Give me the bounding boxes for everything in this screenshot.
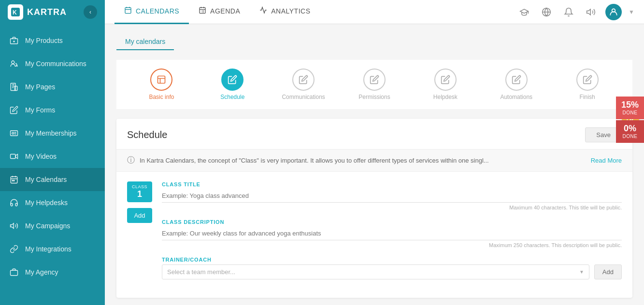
trainer-select[interactable]: Select a team member... ▼ [162, 264, 589, 279]
badge-percent-15: 15% [621, 100, 639, 110]
trainer-label: TRAINER/COACH [162, 257, 622, 263]
step-finish-circle [576, 69, 599, 91]
svg-rect-13 [14, 180, 14, 181]
sidebar-item-label: My Memberships [25, 129, 77, 137]
read-more-link[interactable]: Read More [591, 157, 622, 164]
sidebar-item-helpdesks[interactable]: My Helpdesks [0, 191, 105, 214]
trainer-add-button[interactable]: Add [594, 264, 622, 279]
step-helpdesk-label: Helpdesk [433, 94, 458, 100]
class-badge-top: CLASS [132, 184, 147, 189]
badge-label-done-2: DONE [621, 134, 639, 139]
tab-calendars-label: CALENDARS [136, 7, 179, 15]
sidebar-item-communications[interactable]: My Communications [0, 52, 105, 75]
tab-analytics[interactable]: ANALYTICS [250, 0, 320, 24]
sidebar-item-agency[interactable]: My Agency [0, 261, 105, 284]
step-basic-info-circle [150, 69, 172, 91]
sidebar: K KARTRA ‹ My Products My Communications… [0, 0, 105, 305]
class-desc-hint: Maximum 250 characters. This description… [162, 242, 622, 248]
trainer-row: Select a team member... ▼ Add [162, 264, 622, 279]
steps-row: Basic info Schedule Communications [116, 60, 632, 109]
sidebar-item-videos[interactable]: My Videos [0, 145, 105, 168]
file-icon [9, 82, 19, 92]
class-title-hint: Maximum 40 characters. This title will b… [162, 205, 622, 210]
sidebar-item-label: My Campaigns [25, 222, 70, 230]
add-class-button[interactable]: Add [127, 208, 152, 223]
topbar-actions: ▼ [516, 4, 634, 20]
info-icon: ⓘ [127, 155, 135, 166]
sidebar-item-label: My Integrations [25, 245, 72, 253]
user-avatar[interactable] [605, 4, 622, 20]
class-desc-group: CLASS DESCRIPTION Maximum 250 characters… [162, 219, 622, 248]
globe-icon[interactable] [539, 4, 554, 20]
sidebar-item-campaigns[interactable]: My Campaigns [0, 214, 105, 237]
sidebar-item-label: My Products [25, 37, 63, 44]
sidebar-logo: K KARTRA ‹ [0, 0, 105, 24]
sidebar-item-label: My Communications [25, 60, 86, 68]
sidebar-item-calendars[interactable]: My Calendars [0, 168, 105, 191]
class-desc-label: CLASS DESCRIPTION [162, 219, 622, 225]
sidebar-nav: My Products My Communications My Pages M… [0, 24, 105, 305]
bell-icon[interactable] [561, 4, 576, 20]
topbar-analytics-icon [259, 6, 267, 16]
step-schedule[interactable]: Schedule [197, 69, 268, 100]
logo-text: KARTRA [27, 7, 67, 17]
schedule-title: Schedule [127, 129, 167, 140]
form-fields: CLASS TITLE Maximum 40 characters. This … [162, 181, 622, 288]
svg-rect-17 [125, 8, 131, 14]
badge-label-done-1: DONE [621, 110, 639, 115]
box-icon [9, 35, 19, 46]
svg-rect-15 [11, 270, 18, 276]
topbar-agenda-icon [199, 6, 206, 16]
right-badge-15[interactable]: 15% DONE [616, 97, 644, 119]
tab-agenda-label: AGENDA [210, 7, 240, 15]
step-automations-label: Automations [500, 94, 532, 100]
sidebar-item-integrations[interactable]: My Integrations [0, 237, 105, 261]
sidebar-item-label: My Forms [25, 106, 55, 114]
sidebar-item-products[interactable]: My Products [0, 29, 105, 52]
tab-calendars[interactable]: CALENDARS [114, 0, 189, 24]
step-helpdesk[interactable]: Helpdesk [410, 69, 481, 100]
class-title-label: CLASS TITLE [162, 181, 622, 187]
tab-analytics-label: ANALYTICS [271, 7, 310, 15]
svg-rect-10 [11, 154, 16, 159]
right-badge-0[interactable]: 0% DONE [616, 120, 644, 143]
headset-icon [9, 197, 19, 208]
schedule-header: Schedule Save [116, 119, 632, 150]
megaphone-icon [9, 221, 19, 231]
step-finish-label: Finish [580, 94, 595, 100]
step-communications[interactable]: Communications [268, 69, 339, 100]
users-icon [9, 58, 19, 69]
sidebar-item-pages[interactable]: My Pages [0, 75, 105, 98]
step-permissions-label: Permissions [358, 94, 390, 100]
step-automations[interactable]: Automations [481, 69, 552, 100]
step-finish[interactable]: Finish [552, 69, 623, 100]
class-badge-num: 1 [132, 189, 147, 199]
badge-percent-0: 0% [621, 124, 639, 134]
tab-agenda[interactable]: AGENDA [189, 0, 250, 24]
step-permissions[interactable]: Permissions [339, 69, 410, 100]
sidebar-item-memberships[interactable]: My Memberships [0, 122, 105, 145]
sidebar-item-forms[interactable]: My Forms [0, 98, 105, 122]
svg-point-5 [12, 61, 14, 64]
link-icon [9, 244, 19, 254]
trainer-chevron-icon: ▼ [579, 269, 584, 275]
edit-icon [9, 105, 19, 115]
sidebar-item-label: My Calendars [25, 176, 67, 183]
graduation-icon[interactable] [516, 4, 532, 20]
step-basic-info[interactable]: Basic info [126, 69, 197, 100]
main-area: CALENDARS AGENDA ANALYTICS [105, 0, 644, 305]
info-banner: ⓘ In Kartra Calendars, the concept of "C… [116, 150, 632, 172]
class-desc-input[interactable] [162, 227, 622, 240]
id-card-icon [9, 128, 19, 139]
class-badge: CLASS 1 [127, 181, 152, 202]
step-helpdesk-circle [434, 69, 457, 91]
step-schedule-label: Schedule [220, 94, 244, 100]
step-basic-info-label: Basic info [149, 94, 174, 100]
class-title-group: CLASS TITLE Maximum 40 characters. This … [162, 181, 622, 210]
svg-rect-7 [15, 86, 17, 91]
sidebar-collapse-button[interactable]: ‹ [84, 5, 97, 19]
svg-text:K: K [13, 9, 17, 16]
speaker-icon[interactable] [583, 4, 599, 20]
my-calendars-tab[interactable]: My calendars [116, 34, 174, 50]
class-title-input[interactable] [162, 189, 622, 203]
